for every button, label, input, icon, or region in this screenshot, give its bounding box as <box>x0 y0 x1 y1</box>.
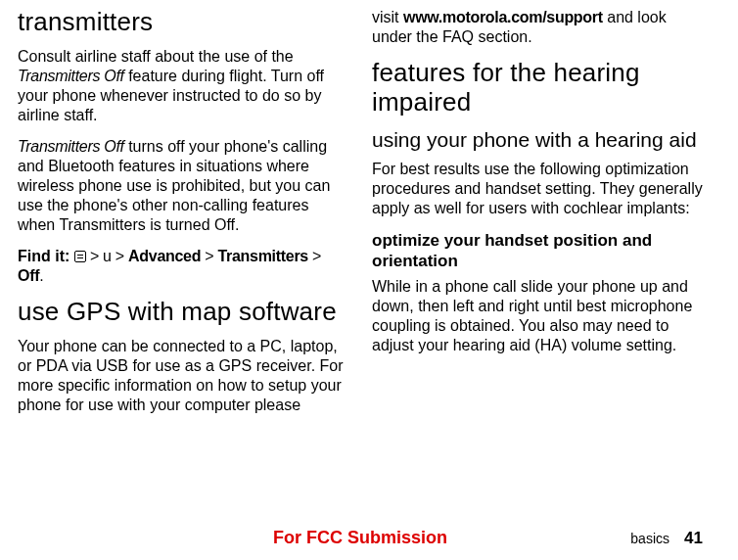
menu-transmitters: Transmitters <box>217 248 307 264</box>
para-transmitters-off: Transmitters Off turns off your phone's … <box>18 137 348 235</box>
heading-transmitters: transmitters <box>18 8 348 37</box>
text: Consult airline staff about the use of t… <box>18 48 294 65</box>
section-label: basics <box>630 531 669 546</box>
fcc-submission-label: For FCC Submission <box>18 528 703 548</box>
heading-hearing-aid: using your phone with a hearing aid <box>372 127 703 152</box>
find-it-label: Find it: <box>18 248 74 264</box>
text: u <box>103 248 112 264</box>
text-transmitters-off: Transmitters Off <box>18 138 124 155</box>
find-it-line: Find it: > u > Advanced > Transmitters >… <box>18 247 348 286</box>
text: > <box>86 248 103 264</box>
text: > <box>201 248 217 264</box>
page-number: 41 <box>684 529 703 548</box>
para-airline: Consult airline staff about the use of t… <box>18 47 348 125</box>
para-gps: Your phone can be connected to a PC, lap… <box>18 337 348 415</box>
para-handset-position: While in a phone call slide your phone u… <box>372 277 703 355</box>
heading-gps: use GPS with map software <box>18 298 348 327</box>
text: visit <box>372 9 403 25</box>
para-support: visit www.motorola.com/support and look … <box>372 8 703 47</box>
heading-handset-position: optimize your handset position and orien… <box>372 230 703 272</box>
menu-advanced: Advanced <box>128 248 201 264</box>
heading-hearing-impaired: features for the hearing impaired <box>372 59 703 117</box>
menu-key-icon <box>74 251 86 262</box>
text-transmitters-off: Transmitters Off <box>18 68 124 84</box>
text: > <box>308 248 321 264</box>
text: > <box>112 248 128 264</box>
menu-off: Off <box>18 267 39 284</box>
text: . <box>39 267 43 284</box>
para-optimization: For best results use the following optim… <box>372 160 703 218</box>
support-url: www.motorola.com/support <box>403 9 603 25</box>
